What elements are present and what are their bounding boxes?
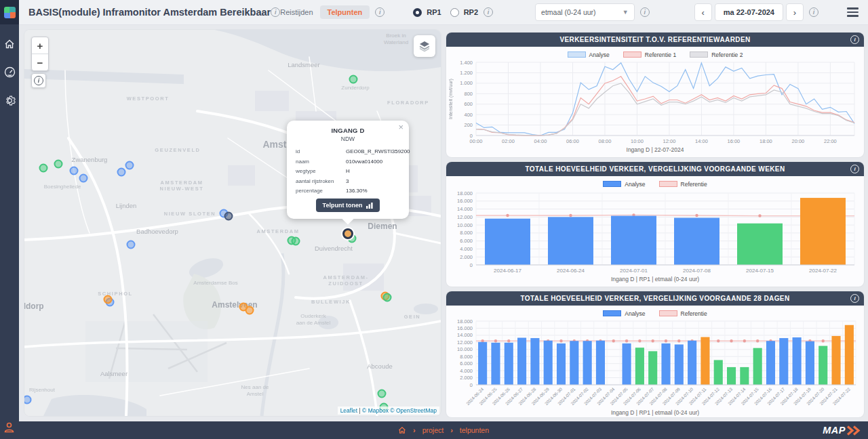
svg-text:08:00: 08:00 [599,138,612,144]
radio-label-rp1[interactable]: RP1 [427,8,441,16]
zoom-in-button[interactable]: + [32,37,48,54]
legend-label: Referentie 1 [645,51,676,58]
popup-row-value: GEO0B_R_RWSTI359200 [346,148,410,154]
attribution-link[interactable]: © Mapbox [362,407,389,414]
telpunt-tonen-button[interactable]: Telpunt tonen [316,198,380,212]
radio-rp1[interactable] [413,8,422,17]
close-icon[interactable]: × [398,123,403,131]
dashboard-icon[interactable] [4,66,16,78]
chart-header: VERKEERSINTENSITEIT T.O.V. REFERENTIEWAA… [446,33,864,47]
legend-swatch [603,310,621,316]
svg-text:2024-07-22: 2024-07-22 [809,268,837,274]
telpunt-marker[interactable] [125,161,134,170]
home-icon[interactable] [4,38,16,49]
telpunt-marker[interactable] [224,212,233,221]
telpunt-marker[interactable] [245,306,254,315]
chart-info-icon[interactable]: i [850,35,859,44]
toggle-info-icon[interactable]: i [375,7,384,17]
legend-label: Referentie 2 [711,51,743,58]
telpunt-marker[interactable] [117,168,126,177]
settings-icon[interactable] [4,95,16,106]
telpunt-marker[interactable] [79,174,88,183]
toggle-reistijden[interactable]: Reistijden [280,8,313,16]
svg-text:14:00: 14:00 [695,138,708,144]
chart-header: TOTALE HOEVEELHEID VERKEER, VERGELIJKING… [446,162,864,176]
attribution-link[interactable]: Leaflet [340,407,358,414]
chart-card-days: TOTALE HOEVEELHEID VERKEER, VERGELIJKING… [446,291,864,417]
telpunt-marker[interactable] [70,167,79,175]
radio-label-rp2[interactable]: RP2 [464,8,478,16]
period-info-icon[interactable]: i [640,7,650,17]
telpunt-marker[interactable] [349,75,358,84]
map-label: Duivendrecht [315,245,353,253]
svg-text:20:00: 20:00 [792,138,805,144]
popup-row-value: 136.30% [346,188,368,194]
sidebar [0,0,19,439]
popup-row-label: wegtype [296,168,346,174]
layers-button[interactable] [414,35,435,57]
telpunt-marker[interactable] [383,293,392,302]
popup-row-label: id [296,148,346,154]
user-icon[interactable] [3,421,15,436]
legend-swatch [603,181,621,187]
map-info-button[interactable]: i [31,73,46,88]
legend-swatch [568,51,586,58]
chart-title: VERKEERSINTENSITEIT T.O.V. REFERENTIEWAA… [559,36,750,43]
date-prev-button[interactable]: ‹ [694,3,712,21]
popup-row-label: percentage [296,188,346,194]
map-canvas[interactable]: Broek in WaterlandLandsmeerZunderdorpFLO… [24,30,441,416]
svg-text:2.000: 2.000 [460,375,473,381]
map-label: FLORADORP [387,100,429,106]
chart-card-weeks: TOTALE HOEVEELHEID VERKEER, VERGELIJKING… [446,162,864,287]
zoom-out-button[interactable]: − [32,54,48,70]
title-info-icon[interactable]: i [271,7,280,17]
svg-text:4.000: 4.000 [460,246,473,252]
svg-text:600: 600 [464,101,473,107]
radio-rp2[interactable] [450,8,459,17]
home-icon[interactable] [398,426,406,434]
map-label: GEIN [404,314,421,320]
legend-item: Referentie [659,310,707,317]
chart-info-icon[interactable]: i [850,294,859,303]
telpunt-marker[interactable] [54,160,63,169]
map-label: Abcoude [367,362,393,371]
telpunt-marker[interactable] [39,164,48,173]
telpunt-marker[interactable] [378,390,387,398]
svg-text:0: 0 [470,262,473,268]
breadcrumb-item-project[interactable]: project [422,426,444,434]
date-next-button[interactable]: › [786,3,804,21]
popup-subtitle: NDW [287,135,409,142]
attribution-link[interactable]: © OpenStreetMap [390,407,437,414]
date-label[interactable]: ma 22-07-2024 [715,3,783,21]
telpunt-popup: × INGANG D NDW idGEO0B_R_RWSTI359200naam… [287,121,409,219]
svg-text:6.000: 6.000 [460,360,473,367]
svg-text:Intensiteit (mvt/uur): Intensiteit (mvt/uur) [448,79,454,119]
map-label: AMSTERDAM [256,228,299,234]
rp-info-icon[interactable]: i [484,7,493,17]
svg-text:8.000: 8.000 [460,354,473,360]
map-label: Amsterdamse Bos [193,280,237,287]
telpunt-marker[interactable] [292,237,300,246]
telpunt-marker[interactable] [104,295,113,304]
svg-text:14.000: 14.000 [457,332,473,338]
legend-item: Analyse [568,51,610,58]
period-select-value: etmaal (0-24 uur) [541,8,596,16]
map-label: Zunderdorp [341,85,369,91]
menu-icon[interactable] [847,7,859,17]
period-select[interactable]: etmaal (0-24 uur) ▼ [535,3,635,21]
legend-item: Referentie [659,181,707,188]
date-info-icon[interactable]: i [809,7,818,17]
chart-info-icon[interactable]: i [850,165,859,173]
app-logo[interactable] [0,0,19,24]
zoom-control: + − [31,37,49,71]
telpunt-marker[interactable] [127,241,136,249]
svg-text:400: 400 [464,112,473,118]
breadcrumb-chevron-icon: › [413,426,416,434]
selected-telpunt-marker[interactable] [342,228,353,239]
legend-item: Analyse [603,310,645,317]
breadcrumb-item-telpunten[interactable]: telpunten [460,426,489,434]
brand-logo: MAP [823,421,861,439]
svg-text:16.000: 16.000 [457,198,473,204]
svg-text:02:00: 02:00 [502,138,515,144]
toggle-telpunten[interactable]: Telpunten [320,5,370,19]
